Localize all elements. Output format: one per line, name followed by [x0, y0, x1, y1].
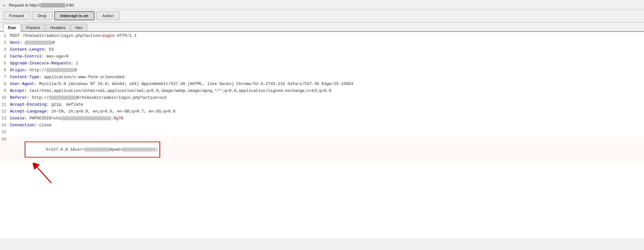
line-7: 7 Content-Type: application/x-www-form-u…	[0, 74, 644, 81]
line-content-7: Content-Type: application/x-www-form-url…	[10, 75, 644, 79]
line-content-2: Host: 0	[10, 40, 644, 45]
line-num-12: 12	[0, 109, 10, 114]
line-num-5: 5	[0, 61, 10, 66]
line-5: 5 Upgrade-Insecure-Requests: 1	[0, 61, 644, 68]
tab-raw[interactable]: Raw	[3, 24, 21, 32]
line-12: 12 Accept-Language: zh-CN, zh;q=0.9, en;…	[0, 109, 644, 116]
line-content-1: POST /htmledit/admin/login.php?action=lo…	[10, 33, 644, 38]
forward-button[interactable]: Forward	[3, 12, 30, 20]
tabs-bar: Raw Params Headers Hex	[0, 22, 644, 32]
line-content-14: Connection: close	[10, 123, 644, 128]
line-num-2: 2	[0, 40, 10, 45]
request-port: 0:80	[66, 3, 74, 8]
svg-line-1	[36, 166, 51, 183]
tab-params[interactable]: Params	[22, 24, 45, 31]
line-content-10: Referer: http:// 0/htmledit/admin/login.…	[10, 95, 644, 100]
line-num-8: 8	[0, 82, 10, 86]
line-num-4: 4	[0, 54, 10, 59]
line-11: 11 Accept-Encoding: gzip, deflate	[0, 102, 644, 109]
line-8: 8 User-Agent: Mozilla/5.0 (Windows NT 10…	[0, 81, 644, 88]
line-13: 13 Cookie: PHPSESSID=chi .9g70	[0, 116, 644, 122]
red-arrow-svg	[33, 163, 58, 186]
line-4: 4 Cache-Control: max-age=0	[0, 54, 644, 61]
line-content-12: Accept-Language: zh-CN, zh;q=0.9, en;q=0…	[10, 109, 644, 114]
drop-button[interactable]: Drop	[32, 12, 52, 20]
edit-icon: ✏	[3, 2, 6, 8]
line-6: 6 Origin: http:// 0	[0, 68, 644, 74]
content-area: 1 POST /htmledit/admin/login.php?action=…	[0, 32, 644, 238]
line-2: 2 Host: 0	[0, 40, 644, 47]
line-content-9: Accept: text/html,application/xhtml+xml,…	[10, 88, 644, 93]
top-bar: ✏ Request to http:// 0:80	[0, 0, 644, 9]
line-content-3: Content-Length: 53	[10, 47, 644, 52]
line-15: 15	[0, 129, 644, 136]
line-content-6: Origin: http:// 0	[10, 68, 644, 72]
line-content-11: Accept-Encoding: gzip, deflate	[10, 102, 644, 107]
line-num-3: 3	[0, 47, 10, 52]
tab-hex[interactable]: Hex	[71, 24, 87, 31]
post-body-highlight: h=127.0.0.1&usr= &pwd= 1|	[25, 142, 160, 158]
line-num-1: 1	[0, 33, 10, 38]
request-label: Request to http://	[9, 3, 40, 8]
line-num-14: 14	[0, 123, 10, 128]
action-button[interactable]: Action	[96, 12, 120, 20]
line-num-6: 6	[0, 68, 10, 72]
line-num-16: 16	[0, 137, 10, 142]
host-blurred	[40, 3, 65, 8]
arrow-annotation-area	[0, 163, 644, 188]
line-content-8: User-Agent: Mozilla/5.0 (Windows NT 10.0…	[10, 82, 644, 86]
toolbar: Forward Drop Intercept is on Action	[0, 9, 644, 22]
line-num-10: 10	[0, 95, 10, 100]
post-body-prefix: h=127.0.0.1&usr=	[46, 147, 85, 152]
line-num-7: 7	[0, 75, 10, 79]
line-14: 14 Connection: close	[0, 122, 644, 129]
request-url-label: Request to http:// 0:80	[9, 3, 74, 8]
line-3: 3 Content-Length: 53	[0, 47, 644, 54]
line-content-4: Cache-Control: max-age=0	[10, 54, 644, 59]
line-10: 10 Referer: http:// 0/htmledit/admin/log…	[0, 95, 644, 102]
line-9: 9 Accept: text/html,application/xhtml+xm…	[0, 88, 644, 95]
line-num-11: 11	[0, 102, 10, 107]
post-body-suffix: 1|	[153, 147, 158, 152]
line-1: 1 POST /htmledit/admin/login.php?action=…	[0, 33, 644, 40]
post-body-middle: &pwd=	[110, 147, 122, 152]
line-content-13: Cookie: PHPSESSID=chi .9g70	[10, 116, 644, 121]
intercept-button[interactable]: Intercept is on	[54, 11, 95, 20]
line-num-9: 9	[0, 88, 10, 93]
line-content-15	[10, 130, 644, 134]
line-num-13: 13	[0, 116, 10, 121]
line-16: 16 h=127.0.0.1&usr= &pwd= 1|	[0, 136, 644, 163]
red-arrow	[33, 163, 58, 188]
line-content-16: h=127.0.0.1&usr= &pwd= 1|	[10, 137, 644, 162]
tab-headers[interactable]: Headers	[46, 24, 70, 31]
line-content-5: Upgrade-Insecure-Requests: 1	[10, 61, 644, 66]
line-num-15: 15	[0, 130, 10, 134]
